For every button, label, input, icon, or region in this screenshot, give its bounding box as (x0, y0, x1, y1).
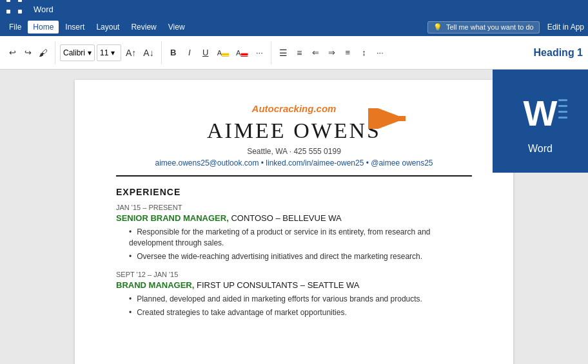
ribbon-sep-2 (161, 41, 162, 64)
word-overlay-label: Word (528, 143, 553, 155)
decrease-font-button[interactable]: A↓ (141, 43, 156, 62)
job-2-title-bold: BRAND MANAGER, (116, 280, 194, 290)
ribbon: ↩ ↪ 🖌 Calibri ▾ 11 ▾ A↑ A↓ B I U A▬ A▬ ·… (0, 36, 588, 70)
more-paragraph-button[interactable]: ··· (373, 43, 387, 62)
title-bar: Word (0, 0, 588, 18)
menu-insert[interactable]: Insert (60, 21, 90, 34)
resume-contact: Seattle, WA · 425 555 0199 (116, 147, 472, 156)
more-format-button[interactable]: ··· (252, 43, 266, 62)
lightbulb-icon: 💡 (433, 23, 442, 32)
bullet-list-button[interactable]: ☰ (276, 43, 290, 62)
menu-file[interactable]: File (4, 21, 26, 34)
job-1-title-bold: SENIOR BRAND MANAGER, (116, 213, 229, 223)
increase-font-button[interactable]: A↑ (123, 43, 139, 62)
watermark-area: Autocracking.com (116, 103, 472, 115)
word-icon-box: W (514, 88, 566, 139)
redo-button[interactable]: ↪ (21, 43, 35, 62)
chevron-down-icon: ▾ (88, 48, 92, 57)
list-group: ☰ ≡ ⇐ ⇒ ≡ ↕ ··· (276, 43, 387, 62)
menu-bar: File Home Insert Layout Review View 💡 Te… (0, 18, 588, 36)
menu-layout[interactable]: Layout (91, 21, 124, 34)
word-icon-letter: W (524, 95, 558, 131)
numbered-list-button[interactable]: ≡ (292, 43, 306, 62)
job-2-title: BRAND MANAGER, FIRST UP CONSULTANTS – SE… (116, 280, 472, 290)
format-painter-button[interactable]: 🖌 (36, 43, 50, 62)
tell-me-area: 💡 Tell me what you want to do Edit in Ap… (427, 21, 584, 34)
font-size-selector[interactable]: 11 ▾ (97, 44, 121, 61)
font-color-button[interactable]: A▬ (233, 43, 250, 62)
ribbon-sep-1 (55, 41, 55, 64)
job-2-bullets: Planned, developed and aided in marketin… (129, 294, 472, 318)
align-button[interactable]: ≡ (340, 43, 355, 62)
word-overlay: W Word (493, 70, 588, 173)
undo-group: ↩ ↪ 🖌 (5, 43, 50, 62)
word-icon-lines (558, 99, 567, 119)
undo-button[interactable]: ↩ (5, 43, 19, 62)
outdent-button[interactable]: ⇐ (308, 43, 322, 62)
line-spacing-button[interactable]: ↕ (357, 43, 371, 62)
menu-view[interactable]: View (163, 21, 190, 34)
resume-links: aimee.owens25@outlook.com • linked.com/i… (116, 158, 472, 168)
job-1-title-rest: CONTOSO – BELLEVUE WA (229, 213, 342, 223)
resume-name: AIMEE OWENS (116, 119, 472, 143)
job-1-title: SENIOR BRAND MANAGER, CONTOSO – BELLEVUE… (116, 213, 472, 223)
format-group: B I U A▬ A▬ ··· (166, 43, 267, 62)
italic-button[interactable]: I (182, 43, 197, 62)
menu-review[interactable]: Review (126, 21, 161, 34)
highlight-button[interactable]: A▬ (215, 43, 231, 62)
resume-divider (116, 175, 472, 177)
job-1-bullets: Responsible for the marketing of a produ… (129, 227, 472, 262)
app-title: Word (34, 5, 54, 14)
windows-grid-icon (6, 0, 28, 20)
bold-button[interactable]: B (166, 43, 181, 62)
menu-home[interactable]: Home (28, 21, 59, 34)
document-area: W Word Autocracking.com (0, 70, 588, 364)
underline-button[interactable]: U (199, 43, 213, 62)
bullet-item: Oversee the wide-reaching advertising in… (129, 251, 472, 262)
indent-button[interactable]: ⇒ (324, 43, 338, 62)
arrow-right-icon (368, 108, 413, 129)
job-2-title-rest: FIRST UP CONSULTANTS – SEATTLE WA (194, 280, 359, 290)
tell-me-input[interactable]: 💡 Tell me what you want to do (427, 21, 540, 34)
font-family-selector[interactable]: Calibri ▾ (60, 44, 95, 61)
watermark-text: Autocracking.com (252, 103, 337, 114)
chevron-down-icon: ▾ (111, 48, 115, 57)
bullet-item: Responsible for the marketing of a produ… (129, 227, 472, 249)
job-1-date: JAN '15 – PRESENT (116, 204, 472, 211)
bullet-item: Created strategies to take advantage of … (129, 307, 472, 318)
job-2-date: SEPT '12 – JAN '15 (116, 271, 472, 278)
bullet-item: Planned, developed and aided in marketin… (129, 294, 472, 305)
font-group: Calibri ▾ 11 ▾ A↑ A↓ (60, 43, 157, 62)
edit-in-app[interactable]: Edit in App (547, 23, 584, 32)
document-page: Autocracking.com AIMEE OWENS Seattle, WA… (75, 80, 513, 364)
heading-badge: Heading 1 (534, 47, 583, 59)
section-experience-heading: EXPERIENCE (116, 187, 472, 197)
ribbon-sep-3 (271, 41, 271, 64)
